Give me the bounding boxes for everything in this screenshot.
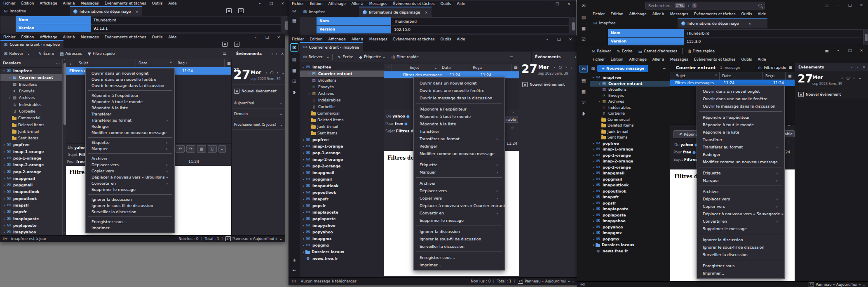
today-section-demain[interactable]: Demain⌄ bbox=[232, 108, 285, 119]
menu-item-archiver[interactable]: Archiver bbox=[86, 155, 174, 162]
new-message-button[interactable]: +Nouveau message bbox=[597, 65, 648, 72]
folder-popgmail[interactable]: ›popgmail bbox=[590, 176, 670, 183]
folder-chevron-icon[interactable]: › bbox=[301, 191, 305, 195]
folder-chevron-icon[interactable]: › bbox=[301, 138, 305, 142]
today-section-prochainement-5-jours[interactable]: Prochainement (5 jours)⌄ bbox=[232, 119, 285, 130]
folder-imapyahoo[interactable]: ›imapyahoo bbox=[0, 229, 62, 235]
menu-item-supprimer-le-message[interactable]: Supprimer le message bbox=[697, 225, 784, 232]
folder-chevron-icon[interactable]: › bbox=[2, 150, 6, 154]
table-cell-label[interactable]: Nom bbox=[317, 17, 391, 25]
menu-messages[interactable]: Messages bbox=[366, 2, 390, 6]
menu-item-r-pondre-l-exp-diteur[interactable]: Répondre à l'expéditeur bbox=[86, 92, 174, 99]
menu-messages[interactable]: Messages bbox=[78, 1, 102, 5]
folder-chevron-icon[interactable]: › bbox=[591, 225, 596, 229]
folder-commercial[interactable]: Commercial bbox=[0, 115, 62, 121]
column-date[interactable]: Date bbox=[720, 72, 763, 80]
day-prev-icon[interactable]: ‹ bbox=[841, 76, 843, 80]
chat-space-icon[interactable]: ❥ bbox=[291, 89, 298, 96]
events-next-icon[interactable]: › bbox=[276, 52, 278, 56]
folder-imapgmx[interactable]: ›imapgmx bbox=[590, 230, 670, 236]
folder-envoy-s[interactable]: Envoyés bbox=[300, 84, 384, 90]
folder-chevron-icon[interactable]: › bbox=[591, 207, 596, 211]
menu-item-r-pondre-tout-le-monde[interactable]: Répondre à tout le monde bbox=[414, 113, 504, 120]
folder-junk-e-mail[interactable]: Junk E-mail bbox=[300, 123, 384, 130]
menu-item-copier-vers[interactable]: Copier vers› bbox=[414, 194, 504, 202]
write-button[interactable]: ✎Écrire bbox=[36, 50, 56, 57]
folder-chevron-icon[interactable]: › bbox=[2, 170, 6, 174]
star-icon[interactable]: ☆ bbox=[511, 126, 514, 130]
events-next-icon[interactable]: › bbox=[857, 65, 859, 69]
folder-popsfr[interactable]: ›popsfr bbox=[300, 202, 384, 209]
mail-space-icon[interactable]: ✉ bbox=[579, 65, 588, 73]
menu-item-archiver[interactable]: Archiver bbox=[697, 188, 784, 195]
folder-chevron-icon[interactable]: › bbox=[591, 237, 596, 241]
folder-sent-items[interactable]: Sent Items bbox=[590, 134, 670, 141]
menu-item-ouvrir-dans-une-nouvelle-fen-tre[interactable]: Ouvrir dans une nouvelle fenêtre bbox=[414, 87, 504, 94]
menu-item-ignorer-le-sous-fil-de-discussion[interactable]: Ignorer le sous-fil de discussion bbox=[697, 243, 784, 251]
column-picker-icon[interactable]: ▦ bbox=[511, 64, 519, 71]
menu-item-ouvrir-dans-un-nouvel-onglet[interactable]: Ouvrir dans un nouvel onglet bbox=[86, 70, 174, 76]
menu-item-transf-rer-au-format[interactable]: Transférer au format› bbox=[86, 117, 174, 123]
folder-courrier-entrant[interactable]: ›Courrier entrant bbox=[0, 74, 62, 81]
menu-affichage[interactable]: Affichage bbox=[37, 35, 60, 39]
menu-messages[interactable]: Messages bbox=[366, 37, 390, 41]
folder-chevron-icon[interactable]: › bbox=[591, 165, 596, 169]
menu-v-nements-et-t-ches[interactable]: Évènements et tâches bbox=[102, 1, 149, 5]
folder-chevron-icon[interactable]: › bbox=[301, 223, 305, 228]
folder-chevron-icon[interactable]: › bbox=[591, 75, 596, 80]
message-from[interactable]: yahoo bbox=[680, 143, 693, 147]
folder-chevron-icon[interactable]: › bbox=[2, 163, 6, 167]
tag-button[interactable]: ◆Étiquette⌄ bbox=[357, 54, 388, 61]
folder-chevron-icon[interactable]: › bbox=[591, 219, 596, 223]
menu-fichier[interactable]: Fichier bbox=[289, 2, 307, 6]
menu-item-tiquette[interactable]: Étiquette› bbox=[86, 139, 174, 146]
folder-chevron-icon[interactable]: › bbox=[301, 230, 305, 234]
menu-item-imprimer[interactable]: Imprimer... bbox=[697, 269, 784, 277]
folder-chevron-icon[interactable]: › bbox=[301, 164, 305, 168]
folder-chevron-icon[interactable]: › bbox=[307, 92, 311, 96]
folder-chevron-icon[interactable]: › bbox=[301, 204, 305, 208]
day-today-icon[interactable]: ○ bbox=[559, 65, 562, 69]
menu-affichage[interactable]: Affichage bbox=[626, 57, 650, 61]
day-prev-icon[interactable]: ‹ bbox=[265, 71, 267, 75]
status-today-panel[interactable]: Panneau « Aujourd'hui » bbox=[232, 237, 278, 241]
column-received[interactable]: Reçu bbox=[470, 64, 511, 71]
column-date[interactable]: Date bbox=[439, 64, 470, 71]
table-cell-label[interactable]: Version bbox=[317, 26, 391, 33]
folder-chevron-icon[interactable]: › bbox=[2, 156, 6, 160]
menu-affichage[interactable]: Affichage bbox=[626, 12, 650, 16]
menu-affichage[interactable]: Affichage bbox=[326, 2, 349, 6]
close-button[interactable]: × bbox=[568, 37, 573, 41]
minimize-button[interactable]: – bbox=[544, 37, 550, 41]
day-next-icon[interactable]: › bbox=[277, 71, 278, 75]
menu-item-ouvrir-dans-une-nouvelle-fen-tre[interactable]: Ouvrir dans une nouvelle fenêtre bbox=[697, 95, 784, 102]
folder-chevron-icon[interactable]: › bbox=[597, 82, 601, 86]
folder-chevron-icon[interactable]: › bbox=[2, 183, 6, 187]
mail-space-icon[interactable]: ✉ bbox=[580, 2, 587, 9]
events-prev-icon[interactable]: ‹ bbox=[271, 52, 273, 56]
column-picker-icon[interactable]: ▦ bbox=[786, 72, 795, 80]
folder-chevron-icon[interactable]: › bbox=[301, 171, 305, 175]
folder-imap-1-orange[interactable]: ›imap-1-orange bbox=[0, 148, 62, 155]
app-menu-icon[interactable]: ≡ bbox=[824, 48, 830, 54]
reply-button[interactable]: ↶ bbox=[176, 145, 185, 153]
folder-deleted-items[interactable]: Deleted Items bbox=[300, 117, 384, 123]
today-pane-collapse-icon[interactable]: ⌄ bbox=[282, 71, 285, 75]
events-close-icon[interactable]: × bbox=[281, 52, 284, 56]
folder-chevron-icon[interactable]: › bbox=[2, 203, 6, 207]
menu-item-transf-rer[interactable]: Transférer bbox=[86, 111, 174, 117]
more-actions-icon[interactable]: ⌄ bbox=[218, 145, 226, 153]
tasks-space-icon[interactable]: ☑ bbox=[291, 78, 298, 85]
folder-chevron-icon[interactable]: › bbox=[301, 177, 305, 181]
calendar-space-icon[interactable]: ▦ bbox=[291, 66, 298, 74]
menu-outils[interactable]: Outils bbox=[739, 57, 755, 61]
folder-popgmx[interactable]: ›popgmx bbox=[300, 242, 384, 249]
menu-item-d-placer-nouveau-vers-sauvegarde[interactable]: Déplacer à nouveau vers « Sauvegarde » bbox=[697, 210, 784, 217]
folder-imaplaposte[interactable]: ›imaplaposte bbox=[590, 206, 670, 212]
folder-imap-1-orange[interactable]: ›imap-1-orange bbox=[590, 146, 670, 153]
events-prev-icon[interactable]: ‹ bbox=[575, 55, 576, 59]
get-messages-icon[interactable]: ✉ bbox=[591, 66, 595, 71]
new-event-button[interactable]: ▦Nouvel évènement bbox=[798, 92, 841, 97]
get-messages-button[interactable]: ✉Relever bbox=[590, 48, 613, 55]
menu-item-modifier-comme-un-nouveau-message[interactable]: Modifier comme un nouveau message bbox=[697, 158, 784, 165]
